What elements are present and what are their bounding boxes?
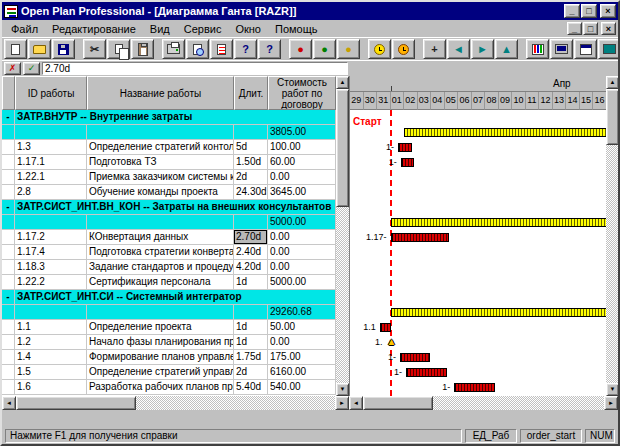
scroll-thumb[interactable] [336,89,349,207]
task-cost-cell[interactable]: 0.00 [268,170,336,185]
task-name-cell[interactable]: Подготовка ТЗ [87,155,234,170]
task-id-cell[interactable]: 1.22.2 [15,275,87,290]
collapse-toggle[interactable]: - [2,110,15,125]
mdi-close-button[interactable]: × [601,22,616,35]
task-row[interactable]: 1.22.1Приемка заказчиком системы клиент2… [2,170,336,185]
menu-item-Сервис[interactable]: Сервис [177,22,229,36]
task-dur-cell[interactable]: 2.40d [234,245,268,260]
gantt-vscrollbar[interactable]: ▲ ▼ [606,76,618,396]
total-row[interactable]: 29260.68 [2,305,336,320]
total-row[interactable]: 5000.00 [2,215,336,230]
task-cost-cell[interactable]: 0.00 [268,260,336,275]
up-button[interactable]: ▲ [495,39,518,59]
cut-button[interactable]: ✂ [83,39,106,59]
monitor-button[interactable] [550,39,573,59]
section-row[interactable]: -ЗАТР.СИСТ_ИНТ.СИ -- Системный интеграто… [2,290,336,305]
menu-item-Файл[interactable]: Файл [4,22,45,36]
scroll-right-button[interactable]: ► [604,396,618,410]
task-row[interactable]: 1.2Начало фазы планирования проекта1d0.0… [2,335,336,350]
task-cost-cell[interactable]: 60.00 [268,155,336,170]
task-name-cell[interactable]: Приемка заказчиком системы клиент [87,170,234,185]
cell-edit-input[interactable] [42,62,348,75]
col-header-cost[interactable]: Стоимость работ по договору [268,76,336,110]
task-dur-cell[interactable]: 1.50d [234,155,268,170]
task-cost-cell[interactable]: 0.00 [268,245,336,260]
clock-button[interactable] [368,39,391,59]
gantt-hscrollbar[interactable]: ◄ ► [349,396,618,410]
task-id-cell[interactable]: 1.22.1 [15,170,87,185]
task-bar[interactable] [401,158,414,167]
paste-button[interactable] [131,39,154,59]
task-cost-cell[interactable]: 540.00 [268,380,336,395]
col-header-duration[interactable]: Длит. [234,76,268,110]
task-name-cell[interactable]: Разработка рабочих планов проекта [87,380,234,395]
task-name-cell[interactable]: Определение стратегий контоля и отч [87,140,234,155]
task-row[interactable]: 1.18.3Задание стандартов и процедур по д… [2,260,336,275]
task-id-cell[interactable]: 1.4 [15,350,87,365]
copy-button[interactable] [107,39,130,59]
task-row[interactable]: 1.6Разработка рабочих планов проекта5.40… [2,380,336,395]
mdi-restore-button[interactable]: □ [583,22,598,35]
scroll-up-button[interactable]: ▲ [606,76,618,89]
task-row[interactable]: 1.5Определение стратегий управления в2d6… [2,365,336,380]
task-dur-cell[interactable]: 2.70d [234,230,268,245]
task-name-cell[interactable]: Начало фазы планирования проекта [87,335,234,350]
minimize-button[interactable]: _ [564,4,580,18]
task-dur-cell[interactable]: 1d [234,335,268,350]
summary-bar[interactable] [391,218,606,227]
task-bar[interactable] [398,143,412,152]
open-button[interactable] [28,39,51,59]
print-button[interactable] [162,39,185,59]
total-row[interactable]: 3805.00 [2,125,336,140]
table-vscrollbar[interactable]: ▲ ▼ [336,76,349,396]
task-id-cell[interactable]: 1.5 [15,365,87,380]
task-dur-cell[interactable]: 2d [234,365,268,380]
task-cost-cell[interactable]: 5000.00 [268,275,336,290]
task-id-cell[interactable]: 2.8 [15,185,87,200]
task-name-cell[interactable]: Сертификация персонала [87,275,234,290]
scroll-down-button[interactable]: ▼ [336,383,349,396]
task-row[interactable]: 2.8Обучение команды проекта24.30d3645.00 [2,185,336,200]
scroll-track[interactable] [16,396,335,410]
task-bar[interactable] [406,368,447,377]
task-cost-cell[interactable]: 0.00 [268,230,336,245]
stopwatch-button[interactable] [392,39,415,59]
screen-button[interactable] [598,39,620,59]
pie-red-button[interactable]: ● [289,39,312,59]
maximize-button[interactable]: □ [581,4,597,18]
task-name-cell[interactable]: Обучение команды проекта [87,185,234,200]
task-dur-cell[interactable]: 4.20d [234,260,268,275]
summary-bar[interactable] [391,308,606,317]
summary-bar[interactable] [404,128,606,137]
scroll-down-button[interactable]: ▼ [606,383,618,396]
task-cost-cell[interactable]: 3645.00 [268,185,336,200]
task-name-cell[interactable]: Задание стандартов и процедур по д [87,260,234,275]
pie-green-button[interactable]: ● [313,39,336,59]
task-dur-cell[interactable]: 5.40d [234,380,268,395]
task-name-cell[interactable]: Формирование планов управления [87,350,234,365]
pie-yellow-button[interactable]: ● [337,39,360,59]
task-name-cell[interactable]: Подготовка стратегии конвертации [87,245,234,260]
mdi-minimize-button[interactable]: _ [567,22,582,35]
report-button[interactable] [210,39,233,59]
task-id-cell[interactable]: 1.3 [15,140,87,155]
task-dur-cell[interactable]: 24.30d [234,185,268,200]
task-id-cell[interactable]: 1.2 [15,335,87,350]
task-row[interactable]: 1.17.4Подготовка стратегии конвертации2.… [2,245,336,260]
task-dur-cell[interactable]: 1.75d [234,350,268,365]
task-id-cell[interactable]: 1.6 [15,380,87,395]
scroll-track[interactable] [363,396,604,410]
scroll-track[interactable] [606,89,618,383]
task-row[interactable]: 1.1Определение проекта1d50.00 [2,320,336,335]
col-header-name[interactable]: Название работы [87,76,234,110]
task-id-cell[interactable]: 1.17.2 [15,230,87,245]
task-cost-cell[interactable]: 50.00 [268,320,336,335]
scroll-left-button[interactable]: ◄ [349,396,363,410]
collapse-toggle[interactable]: - [2,200,15,215]
task-row[interactable]: 1.3Определение стратегий контоля и отч5d… [2,140,336,155]
next-button[interactable]: ► [471,39,494,59]
scroll-thumb[interactable] [363,396,433,410]
task-dur-cell[interactable]: 1d [234,275,268,290]
task-cost-cell[interactable]: 6160.00 [268,365,336,380]
task-id-cell[interactable]: 1.17.1 [15,155,87,170]
